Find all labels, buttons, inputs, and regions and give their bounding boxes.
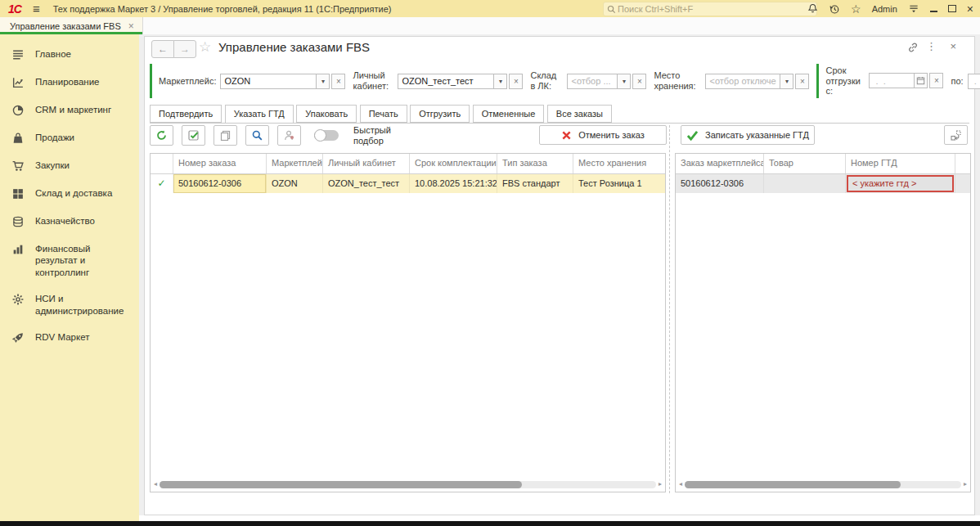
column-order-type[interactable]: Тип заказа [497, 154, 573, 173]
window-tab-label: Управление заказами FBS [10, 21, 121, 31]
account-clear-icon[interactable]: × [509, 74, 523, 89]
cell-order-number[interactable]: 50160612-0306 [173, 174, 267, 193]
ship-to-input[interactable] [968, 74, 980, 89]
column-select[interactable] [151, 154, 173, 173]
notifications-bell-icon[interactable] [807, 3, 818, 14]
restore-icon[interactable] [948, 5, 956, 12]
sidebar-item-planning[interactable]: Планирование [0, 69, 139, 97]
ship-from-input[interactable] [869, 73, 915, 88]
ship-from-clear-icon[interactable]: × [929, 73, 943, 88]
storage-clear-icon[interactable]: × [795, 74, 809, 89]
refresh-button[interactable] [150, 125, 173, 146]
sidebar-item-rdv-market[interactable]: RDV Маркет [0, 324, 139, 352]
back-button[interactable]: ← [151, 40, 174, 58]
set-flags-button[interactable] [182, 125, 205, 146]
search-button[interactable] [245, 125, 269, 146]
history-icon[interactable] [829, 3, 840, 15]
cell-product[interactable] [764, 174, 846, 193]
panel-splitter[interactable] [669, 125, 670, 493]
account-input[interactable] [398, 74, 494, 89]
window-tab-fbs-orders[interactable]: Управление заказами FBS × [0, 17, 143, 34]
column-marketplace[interactable]: Маркетплейс [267, 154, 323, 173]
sidebar-item-crm[interactable]: CRM и маркетинг [0, 97, 139, 124]
tab-set-gtd[interactable]: Указать ГТД [225, 105, 294, 124]
storage-input[interactable] [705, 74, 780, 89]
user-menu[interactable]: Admin [872, 4, 897, 14]
cell-gtd-number[interactable]: < укажите гтд > [846, 174, 955, 193]
close-form-icon[interactable]: × [950, 40, 956, 52]
warehouse-dropdown-icon[interactable]: ▾ [617, 74, 631, 89]
sidebar-item-sales[interactable]: Продажи [0, 124, 139, 152]
sidebar-item-main[interactable]: Главное [0, 41, 139, 69]
main-menu-icon[interactable]: ≡ [33, 2, 40, 16]
scroll-right-icon[interactable]: ▸ [964, 481, 967, 488]
marketplace-dropdown-icon[interactable]: ▾ [316, 74, 330, 89]
order-row[interactable]: ✓ 50160612-0306 OZON OZON_тест_тест 10.0… [151, 174, 665, 193]
filters-bar: Маркетплейс: ▾ × Личный кабинет: ▾ × Скл… [150, 61, 971, 101]
sidebar-item-purchases[interactable]: Закупки [0, 152, 139, 180]
order-stage-tabs: Подтвердить Указать ГТД Упаковать Печать… [150, 105, 969, 124]
change-form-button[interactable] [944, 125, 968, 145]
gtd-table-hscrollbar[interactable]: ◂ ▸ [679, 479, 967, 489]
favorites-star-icon[interactable]: ☆ [851, 2, 861, 16]
sidebar-item-admin[interactable]: НСИ и администрирование [0, 285, 139, 324]
service-menu-icon[interactable] [908, 3, 919, 14]
scroll-left-icon[interactable]: ◂ [679, 481, 682, 488]
stamp-button-disabled[interactable] [277, 125, 301, 146]
ship-from-calendar-icon[interactable] [914, 73, 928, 88]
minimize-icon[interactable] [930, 10, 937, 12]
column-account[interactable]: Личный кабинет [323, 154, 410, 173]
account-dropdown-icon[interactable]: ▾ [493, 74, 507, 89]
marketplace-input[interactable] [220, 74, 317, 89]
sidebar-item-warehouse[interactable]: Склад и доставка [0, 180, 139, 208]
add-favorite-star-icon[interactable]: ☆ [199, 38, 211, 56]
orders-table-hscrollbar[interactable]: ◂ ▸ [154, 479, 662, 489]
column-storage[interactable]: Место хранения [573, 154, 665, 173]
more-menu-icon[interactable]: ⋮ [926, 40, 937, 52]
cancel-order-button[interactable]: Отменить заказ [539, 125, 667, 145]
scrollbar-thumb[interactable] [685, 481, 901, 488]
tab-pack[interactable]: Упаковать [296, 105, 357, 123]
coins-icon [11, 215, 25, 228]
cell-order-type[interactable]: FBS стандарт [497, 174, 573, 193]
row-check-icon[interactable]: ✓ [151, 174, 173, 193]
save-gtd-button[interactable]: Записать указанные ГТД [681, 125, 815, 145]
tab-all-orders[interactable]: Все заказы [547, 105, 612, 123]
global-search-input[interactable] [616, 3, 813, 15]
scrollbar-thumb[interactable] [160, 481, 522, 488]
cell-mp-order[interactable]: 50160612-0306 [676, 174, 764, 193]
tab-confirm[interactable]: Подтвердить [150, 105, 222, 123]
column-order-number[interactable]: Номер заказа [173, 154, 267, 173]
warehouse-input[interactable] [567, 74, 618, 89]
window-tab-close-icon[interactable]: × [128, 20, 134, 32]
forward-button[interactable]: → [173, 40, 196, 58]
get-link-icon[interactable] [907, 42, 919, 53]
tab-print[interactable]: Печать [360, 105, 407, 123]
gtd-input-placeholder[interactable]: < укажите гтд > [847, 175, 954, 192]
sidebar-item-treasury[interactable]: Казначейство [0, 208, 139, 236]
scroll-left-icon[interactable]: ◂ [154, 481, 157, 488]
orders-table: Номер заказа Маркетплейс Личный кабинет … [150, 153, 666, 492]
sidebar-item-finance[interactable]: Финансовый результат и контроллинг [0, 236, 139, 285]
cell-account[interactable]: OZON_тест_тест [323, 174, 410, 193]
close-window-icon[interactable]: × [967, 3, 973, 15]
marketplace-clear-icon[interactable]: × [331, 74, 345, 89]
column-deadline[interactable]: Срок комплектации [410, 154, 497, 173]
cell-deadline[interactable]: 10.08.2025 15:21:32 [410, 174, 497, 193]
lines-icon [11, 48, 25, 61]
search-icon [251, 129, 263, 142]
copy-button[interactable] [214, 125, 237, 146]
column-gtd-number[interactable]: Номер ГТД [846, 154, 955, 173]
column-mp-order[interactable]: Заказ маркетплейса [676, 154, 764, 173]
warehouse-clear-icon[interactable]: × [632, 74, 646, 89]
column-product[interactable]: Товар [764, 154, 846, 173]
storage-dropdown-icon[interactable]: ▾ [780, 74, 793, 89]
tab-cancelled[interactable]: Отмененные [473, 105, 545, 123]
cell-storage[interactable]: Тест Розница 1 [573, 174, 665, 193]
gtd-row[interactable]: 50160612-0306 < укажите гтд > [676, 174, 970, 193]
tab-ship[interactable]: Отгрузить [410, 105, 470, 123]
global-search[interactable] [603, 2, 817, 16]
scroll-right-icon[interactable]: ▸ [659, 481, 662, 488]
cell-marketplace[interactable]: OZON [267, 174, 323, 193]
quick-pick-toggle[interactable] [314, 130, 339, 141]
